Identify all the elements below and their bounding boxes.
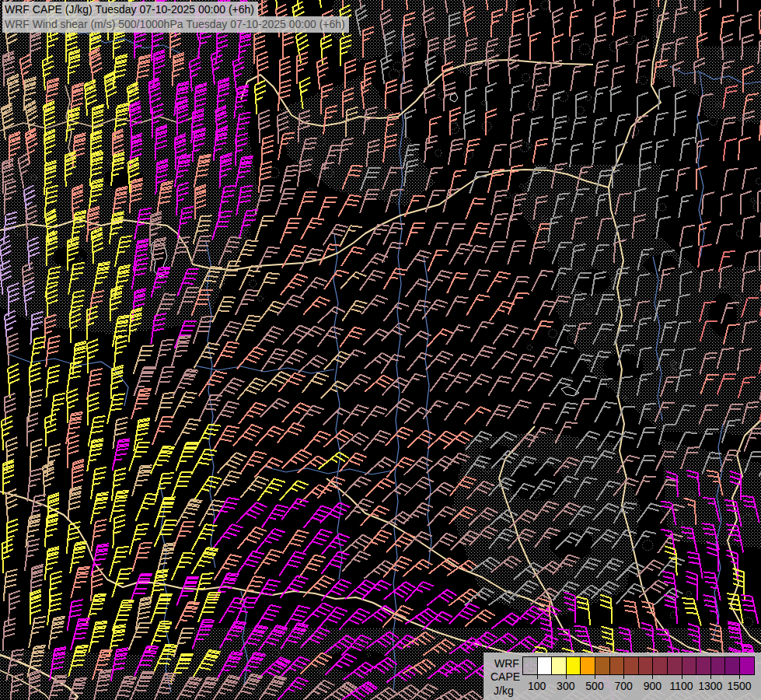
legend-tick-label: 500 xyxy=(585,680,603,692)
legend-cell xyxy=(667,656,682,675)
legend-tick xyxy=(623,675,624,679)
legend-cell xyxy=(724,656,740,675)
legend-tick-label: 900 xyxy=(644,680,662,692)
title-cape: WRF CAPE (J/kg) Tuesday 07-10-2025 00:00… xyxy=(2,2,258,18)
legend-tick xyxy=(537,675,538,679)
legend-cell xyxy=(522,656,538,675)
legend-cell xyxy=(652,656,668,675)
legend-cell xyxy=(551,656,567,675)
legend-cell xyxy=(566,656,581,675)
legend-cell xyxy=(580,656,595,675)
legend-tick-label: 1300 xyxy=(698,680,722,692)
legend-tick xyxy=(710,675,711,679)
legend-tick-label: 300 xyxy=(557,680,574,692)
weather-map-page: WRF CAPE (J/kg) Tuesday 07-10-2025 00:00… xyxy=(0,0,761,700)
legend-tick-label: 1100 xyxy=(670,680,693,692)
legend-cell xyxy=(739,656,755,675)
legend-cell xyxy=(638,656,654,675)
legend-cell xyxy=(696,656,711,675)
legend-tick xyxy=(652,675,653,679)
legend-cell xyxy=(537,656,553,675)
legend-cell xyxy=(623,656,639,675)
legend-units-label: J/kg xyxy=(494,684,514,697)
legend-tick xyxy=(739,675,740,679)
legend-tick-label: 1500 xyxy=(727,680,751,692)
legend-variable-label: CAPE xyxy=(490,670,520,683)
legend-tick xyxy=(682,675,682,679)
legend-tick xyxy=(566,675,567,679)
weather-map xyxy=(0,0,761,700)
legend-cell xyxy=(609,656,625,675)
legend-tick-label: 100 xyxy=(528,680,546,692)
legend-cell xyxy=(595,656,610,675)
title-wind-shear: WRF Wind shear (m/s) 500/1000hPa Tuesday… xyxy=(2,16,349,33)
cape-legend: WRF CAPE J/kg 10030050070090011001300150… xyxy=(483,653,761,700)
legend-tick xyxy=(595,675,595,679)
legend-cell xyxy=(682,656,697,675)
legend-tick-label: 700 xyxy=(615,680,633,692)
legend-model-label: WRF xyxy=(494,657,519,670)
legend-cell xyxy=(710,656,726,675)
legend-colorbar xyxy=(522,656,755,675)
